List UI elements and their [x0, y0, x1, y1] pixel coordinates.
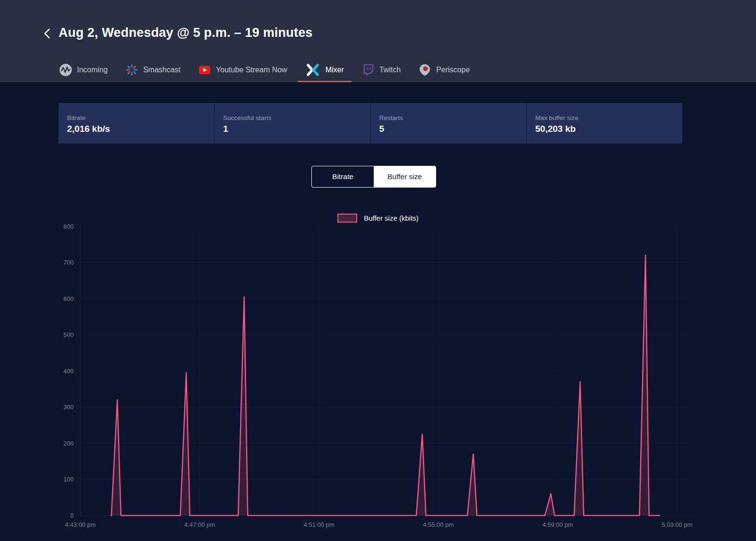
session-report-page: 01002003004005006007008004:43:00 pm4:47:…	[0, 0, 756, 541]
header: Aug 2, Wednesday @ 5 p.m. – 19 minutes I…	[0, 0, 756, 82]
twitch-glitch-icon	[362, 64, 374, 76]
stats-bar: Bitrate 2,016 kb/s Successful starts 1 R…	[59, 103, 682, 144]
tab-label: Mixer	[326, 66, 344, 74]
chevron-left-icon	[42, 27, 52, 41]
svg-text:300: 300	[63, 404, 74, 411]
tab-label: Youtube Stream Now	[216, 66, 287, 74]
svg-text:700: 700	[63, 259, 74, 266]
svg-text:4:59:00 pm: 4:59:00 pm	[542, 521, 573, 528]
stat-label: Bitrate	[67, 114, 214, 121]
metric-toggle: Bitrate Buffer size	[311, 166, 436, 188]
svg-text:200: 200	[63, 440, 74, 447]
youtube-play-icon	[198, 64, 211, 76]
legend-label: Buffer size (kbits)	[364, 214, 419, 222]
tab-mixer[interactable]: Mixer	[298, 59, 352, 82]
channel-tabs: Incoming	[52, 59, 480, 82]
svg-text:5:03:00 pm: 5:03:00 pm	[662, 521, 692, 528]
smashcast-burst-icon	[126, 64, 138, 76]
tab-twitch[interactable]: Twitch	[354, 59, 408, 82]
tab-label: Incoming	[77, 66, 108, 74]
page-title: Aug 2, Wednesday @ 5 p.m. – 19 minutes	[59, 26, 313, 40]
svg-text:4:47:00 pm: 4:47:00 pm	[184, 521, 215, 528]
stat-label: Max buffer size	[535, 114, 682, 121]
tab-periscope[interactable]: Periscope	[411, 59, 477, 82]
stat-label: Successful starts	[223, 114, 370, 121]
svg-text:600: 600	[63, 295, 74, 302]
stat-max-buffer-size: Max buffer size 50,203 kb	[527, 103, 682, 144]
stat-restarts: Restarts 5	[371, 103, 526, 144]
svg-text:4:43:00 pm: 4:43:00 pm	[65, 521, 95, 528]
periscope-pin-icon	[419, 64, 431, 76]
tab-label: Smashcast	[143, 66, 180, 74]
back-button[interactable]	[41, 27, 54, 41]
toggle-bitrate-button[interactable]: Bitrate	[312, 166, 374, 187]
chart-legend: Buffer size (kbits)	[0, 214, 756, 223]
stat-value: 1	[223, 124, 370, 134]
stat-value: 50,203 kb	[535, 124, 682, 134]
stat-value: 5	[379, 124, 526, 134]
svg-text:400: 400	[63, 368, 74, 375]
stat-successful-starts: Successful starts 1	[215, 103, 370, 144]
tab-incoming[interactable]: Incoming	[52, 59, 115, 82]
incoming-waveform-icon	[60, 64, 72, 76]
tab-smashcast[interactable]: Smashcast	[118, 59, 188, 82]
svg-text:100: 100	[63, 476, 74, 483]
legend-swatch	[337, 214, 357, 223]
stat-value: 2,016 kb/s	[67, 124, 214, 134]
svg-text:800: 800	[63, 223, 74, 230]
tab-youtube-stream-now[interactable]: Youtube Stream Now	[191, 59, 295, 82]
stat-label: Restarts	[379, 114, 526, 121]
toggle-buffer-size-button[interactable]: Buffer size	[374, 166, 436, 187]
svg-text:500: 500	[63, 331, 74, 338]
svg-text:4:51:00 pm: 4:51:00 pm	[304, 521, 335, 528]
mixer-x-icon	[305, 64, 320, 76]
tab-label: Twitch	[379, 66, 401, 74]
tab-label: Periscope	[436, 66, 470, 74]
stat-bitrate: Bitrate 2,016 kb/s	[59, 103, 214, 144]
svg-text:4:55:00 pm: 4:55:00 pm	[423, 521, 454, 528]
svg-text:0: 0	[70, 512, 74, 519]
